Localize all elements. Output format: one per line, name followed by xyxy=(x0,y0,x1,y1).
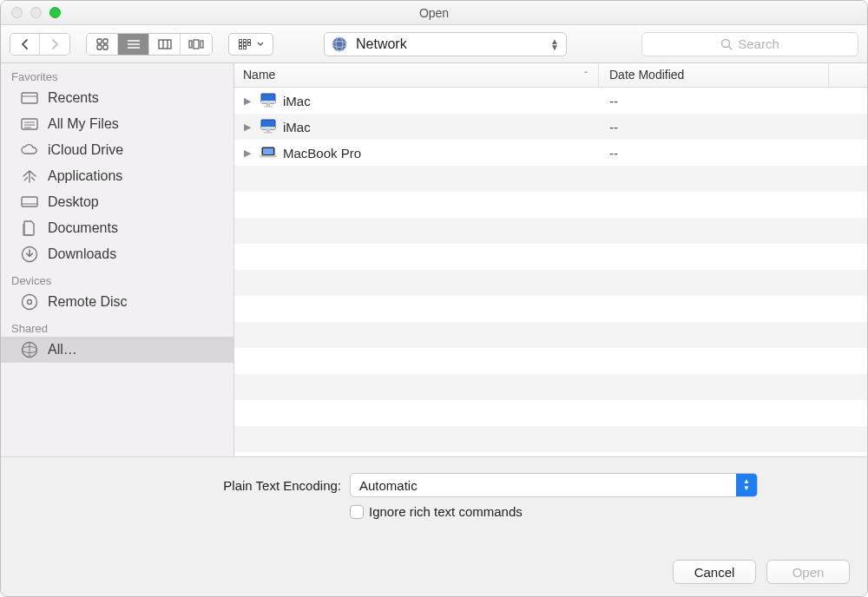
list-view-button[interactable] xyxy=(118,34,149,55)
svg-rect-12 xyxy=(201,41,203,48)
open-button[interactable]: Open xyxy=(766,560,850,584)
desktop-icon xyxy=(20,194,39,211)
sidebar-label: Applications xyxy=(48,168,122,184)
svg-rect-3 xyxy=(103,45,108,49)
sidebar: Favorites Recents All My Files iCloud Dr… xyxy=(1,63,234,456)
file-row[interactable]: ▶iMac-- xyxy=(234,114,867,140)
encoding-label: Plain Text Encoding: xyxy=(18,478,341,493)
sidebar-section-devices: Devices xyxy=(1,267,233,289)
svg-rect-19 xyxy=(247,39,250,42)
sidebar-label: All My Files xyxy=(48,116,119,132)
empty-row xyxy=(234,348,867,374)
disclosure-triangle-icon[interactable]: ▶ xyxy=(241,95,253,107)
file-row[interactable]: ▶MacBook Pro-- xyxy=(234,140,867,166)
disc-icon xyxy=(20,293,39,311)
sidebar-item-documents[interactable]: Documents xyxy=(1,215,233,241)
sidebar-item-all-my-files[interactable]: All My Files xyxy=(1,111,233,137)
empty-row xyxy=(234,296,867,322)
file-date: -- xyxy=(599,94,867,108)
location-popup[interactable]: Network ▲▼ xyxy=(324,32,567,56)
view-mode-segment xyxy=(86,33,213,56)
empty-row xyxy=(234,270,867,296)
arrange-button[interactable] xyxy=(228,33,273,56)
back-button[interactable] xyxy=(10,34,40,55)
checkbox-label: Ignore rich text commands xyxy=(369,504,523,519)
column-headers: Name ˆ Date Modified xyxy=(234,63,867,88)
imac-icon xyxy=(259,93,278,108)
sidebar-item-recents[interactable]: Recents xyxy=(1,85,233,111)
svg-rect-15 xyxy=(239,46,241,49)
svg-rect-49 xyxy=(260,155,277,158)
search-field[interactable]: Search xyxy=(641,32,858,56)
recents-icon xyxy=(20,89,39,107)
empty-row xyxy=(234,218,867,244)
all-files-icon xyxy=(20,115,39,133)
column-header-name[interactable]: Name ˆ xyxy=(234,63,599,87)
sidebar-label: iCloud Drive xyxy=(48,142,123,158)
svg-rect-48 xyxy=(263,148,273,154)
svg-rect-0 xyxy=(97,39,102,43)
sidebar-item-desktop[interactable]: Desktop xyxy=(1,189,233,215)
sidebar-item-applications[interactable]: Applications xyxy=(1,163,233,189)
file-name: iMac xyxy=(283,120,311,134)
empty-row xyxy=(234,166,867,192)
svg-rect-42 xyxy=(264,106,273,108)
zoom-window-button[interactable] xyxy=(49,7,61,18)
svg-rect-17 xyxy=(243,43,246,45)
coverflow-icon xyxy=(188,39,204,49)
network-icon xyxy=(332,36,347,52)
arrange-icon xyxy=(239,39,254,49)
sidebar-item-remote-disc[interactable]: Remote Disc xyxy=(1,289,233,315)
column-header-extra[interactable] xyxy=(829,63,867,87)
ignore-rich-text-checkbox[interactable]: Ignore rich text commands xyxy=(350,504,523,519)
file-list[interactable]: ▶iMac--▶iMac--▶MacBook Pro-- xyxy=(234,88,867,456)
empty-row xyxy=(234,192,867,218)
sidebar-label: All… xyxy=(48,342,77,358)
nav-segment xyxy=(10,33,70,56)
imac-icon xyxy=(259,119,278,134)
window-controls xyxy=(1,7,61,18)
file-row[interactable]: ▶iMac-- xyxy=(234,88,867,114)
file-browser: Name ˆ Date Modified ▶iMac--▶iMac--▶MacB… xyxy=(234,63,867,456)
cancel-button[interactable]: Cancel xyxy=(673,560,756,584)
open-dialog-window: Open xyxy=(0,0,868,597)
disclosure-triangle-icon[interactable]: ▶ xyxy=(241,148,253,159)
dialog-body: Favorites Recents All My Files iCloud Dr… xyxy=(1,63,867,456)
sidebar-item-downloads[interactable]: Downloads xyxy=(1,241,233,267)
sidebar-label: Remote Disc xyxy=(48,294,128,310)
forward-button[interactable] xyxy=(40,34,69,55)
search-icon xyxy=(720,38,733,50)
empty-row xyxy=(234,426,867,452)
stepper-icon: ▲▼ xyxy=(550,38,559,50)
empty-row xyxy=(234,322,867,348)
encoding-value: Automatic xyxy=(359,478,418,493)
cloud-icon xyxy=(20,141,39,159)
documents-icon xyxy=(20,220,39,237)
svg-rect-18 xyxy=(243,46,246,49)
column-header-date-modified[interactable]: Date Modified xyxy=(599,63,829,87)
svg-rect-16 xyxy=(243,39,246,42)
coverflow-view-button[interactable] xyxy=(181,34,212,55)
sidebar-label: Desktop xyxy=(48,194,99,210)
svg-rect-1 xyxy=(103,39,108,43)
sidebar-section-shared: Shared xyxy=(1,315,233,337)
disclosure-triangle-icon[interactable]: ▶ xyxy=(241,121,253,133)
encoding-dropdown[interactable]: Automatic ▲▼ xyxy=(350,473,758,497)
titlebar[interactable]: Open xyxy=(1,1,867,25)
file-date: -- xyxy=(599,146,867,161)
sidebar-item-all-shared[interactable]: All… xyxy=(1,337,233,363)
sidebar-label: Recents xyxy=(48,90,99,106)
svg-rect-2 xyxy=(97,45,102,49)
svg-rect-44 xyxy=(261,127,275,129)
svg-line-24 xyxy=(729,46,733,49)
icon-view-button[interactable] xyxy=(87,34,118,55)
minimize-window-button[interactable] xyxy=(30,7,42,18)
column-label: Date Modified xyxy=(609,68,684,82)
sidebar-item-icloud-drive[interactable]: iCloud Drive xyxy=(1,137,233,163)
columns-icon xyxy=(158,39,172,49)
sidebar-label: Documents xyxy=(48,220,118,236)
close-window-button[interactable] xyxy=(11,7,23,18)
empty-row xyxy=(234,400,867,426)
empty-row xyxy=(234,244,867,270)
column-view-button[interactable] xyxy=(149,34,181,55)
